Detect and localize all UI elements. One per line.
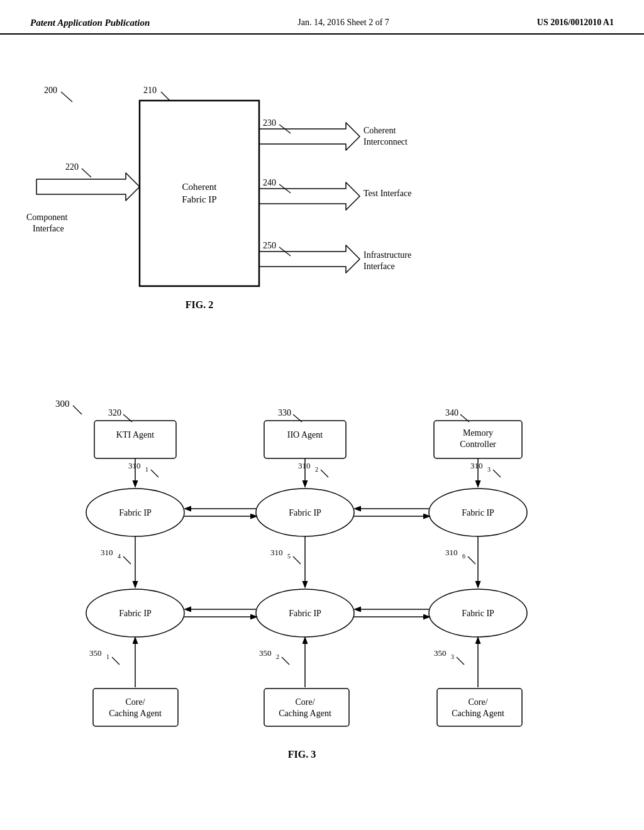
svg-text:5: 5 — [287, 553, 291, 560]
svg-text:Fabric IP: Fabric IP — [289, 508, 321, 517]
header-left: Patent Application Publication — [30, 18, 150, 28]
svg-text:1: 1 — [106, 653, 109, 660]
svg-text:6: 6 — [462, 553, 465, 560]
svg-line-48 — [321, 470, 328, 477]
svg-text:Core/: Core/ — [125, 697, 145, 707]
svg-text:Core/: Core/ — [468, 697, 487, 707]
svg-text:300: 300 — [55, 399, 70, 409]
svg-rect-112 — [140, 101, 259, 286]
svg-text:Interface: Interface — [33, 224, 64, 233]
fig3-svg: 300 320 KTI Agent 330 IIO Agent 340 Memo… — [38, 380, 616, 770]
svg-text:IIO Agent: IIO Agent — [287, 430, 323, 440]
svg-text:Controller: Controller — [460, 440, 496, 449]
svg-text:3: 3 — [487, 466, 491, 473]
svg-text:250: 250 — [263, 241, 276, 250]
svg-text:KTI Agent: KTI Agent — [116, 430, 154, 440]
svg-text:FIG. 3: FIG. 3 — [288, 749, 316, 760]
svg-text:340: 340 — [445, 408, 458, 418]
svg-line-52 — [493, 470, 501, 477]
svg-line-116 — [82, 169, 91, 177]
header-right: US 2016/0012010 A1 — [537, 18, 614, 28]
svg-text:230: 230 — [263, 118, 276, 128]
svg-line-96 — [457, 657, 464, 665]
fig3-diagram: 300 320 KTI Agent 330 IIO Agent 340 Memo… — [38, 380, 606, 770]
svg-text:210: 210 — [143, 86, 157, 95]
svg-text:Interconnect: Interconnect — [364, 137, 408, 147]
svg-text:Caching Agent: Caching Agent — [279, 709, 331, 718]
svg-text:Caching Agent: Caching Agent — [109, 709, 162, 718]
svg-text:240: 240 — [263, 178, 276, 187]
svg-line-70 — [293, 556, 301, 564]
svg-text:Caching Agent: Caching Agent — [452, 709, 504, 718]
svg-text:Fabric IP: Fabric IP — [119, 508, 152, 517]
svg-text:320: 320 — [108, 408, 121, 418]
svg-text:FIG. 2: FIG. 2 — [186, 299, 213, 310]
svg-text:310: 310 — [128, 461, 141, 470]
svg-line-92 — [282, 657, 289, 665]
svg-text:310: 310 — [101, 548, 113, 557]
svg-line-66 — [123, 556, 131, 564]
svg-marker-117 — [36, 173, 140, 201]
svg-text:350: 350 — [259, 648, 272, 658]
svg-text:310: 310 — [470, 461, 483, 470]
svg-text:200: 200 — [44, 86, 57, 95]
svg-text:330: 330 — [278, 408, 291, 418]
fig2-full-svg: 200 210 Coherent Fabric IP 220 Component… — [0, 38, 644, 346]
svg-text:Component: Component — [26, 213, 67, 222]
svg-rect-101 — [264, 689, 349, 726]
svg-text:Interface: Interface — [364, 262, 395, 271]
svg-text:Fabric IP: Fabric IP — [289, 609, 321, 618]
svg-line-44 — [151, 470, 158, 477]
svg-text:2: 2 — [315, 466, 318, 473]
svg-line-109 — [61, 92, 72, 102]
svg-text:3: 3 — [451, 653, 454, 660]
svg-text:310: 310 — [445, 548, 458, 557]
svg-text:310: 310 — [270, 548, 283, 557]
svg-line-28 — [73, 406, 82, 414]
svg-line-111 — [161, 92, 170, 101]
svg-rect-31 — [94, 421, 176, 458]
svg-text:2: 2 — [276, 653, 279, 660]
svg-text:4: 4 — [118, 553, 121, 560]
svg-rect-35 — [264, 421, 346, 458]
svg-text:1: 1 — [145, 466, 148, 473]
svg-text:Fabric IP: Fabric IP — [182, 194, 216, 204]
svg-text:Coherent: Coherent — [182, 182, 218, 192]
svg-line-88 — [112, 657, 119, 665]
svg-text:310: 310 — [298, 461, 311, 470]
svg-text:Infrastructure: Infrastructure — [364, 250, 411, 260]
svg-text:Test Interface: Test Interface — [364, 189, 411, 198]
svg-text:Fabric IP: Fabric IP — [119, 609, 152, 618]
svg-rect-98 — [93, 689, 178, 726]
svg-text:350: 350 — [89, 648, 102, 658]
header-center: Jan. 14, 2016 Sheet 2 of 7 — [297, 18, 389, 28]
svg-text:Coherent: Coherent — [364, 126, 396, 135]
fig2-overlay: 200 210 Coherent Fabric IP 220 Component… — [0, 38, 644, 348]
svg-text:Memory: Memory — [463, 428, 493, 438]
svg-text:Core/: Core/ — [295, 697, 314, 707]
svg-text:350: 350 — [434, 648, 447, 658]
svg-text:Fabric IP: Fabric IP — [462, 508, 494, 517]
svg-text:220: 220 — [65, 162, 79, 172]
page-header: Patent Application Publication Jan. 14, … — [0, 0, 644, 35]
svg-line-74 — [468, 556, 475, 564]
svg-rect-104 — [437, 689, 522, 726]
svg-text:Fabric IP: Fabric IP — [462, 609, 494, 618]
